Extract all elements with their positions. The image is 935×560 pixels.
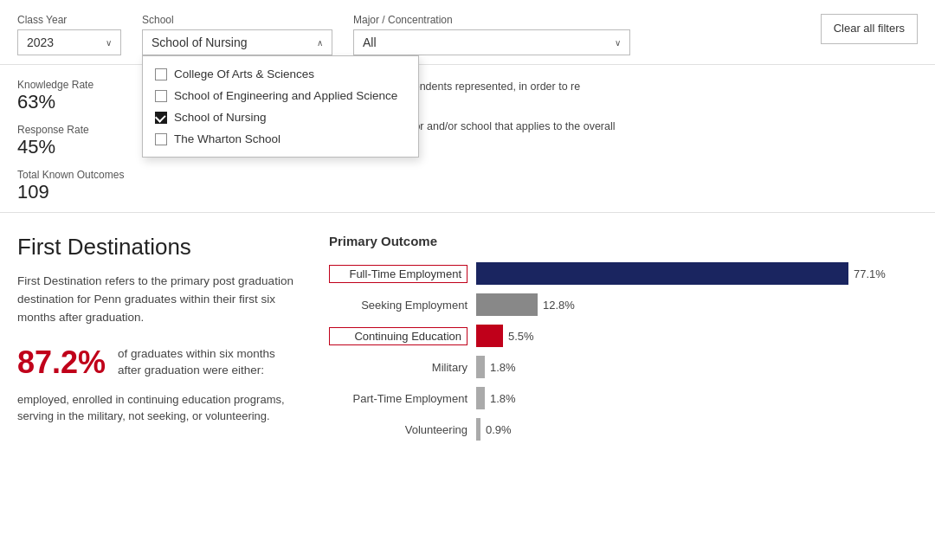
bar-pct-label-0: 77.1% bbox=[854, 267, 886, 280]
school-option-nursing[interactable]: School of Nursing bbox=[143, 106, 418, 128]
bar-outer-0: 77.1% bbox=[476, 262, 918, 285]
bar-outer-5: 0.9% bbox=[476, 418, 918, 441]
bar-label-3: Military bbox=[329, 361, 468, 374]
highlight-text: of graduates within six months after gra… bbox=[118, 346, 294, 379]
bar-outer-2: 5.5% bbox=[476, 325, 918, 347]
bar-row-1: Seeking Employment12.8% bbox=[329, 293, 918, 316]
checkbox-wharton[interactable] bbox=[155, 133, 167, 145]
major-select[interactable]: All ∨ bbox=[353, 29, 630, 55]
chevron-up-icon: ∧ bbox=[317, 38, 323, 48]
highlight-row: 87.2% of graduates within six months aft… bbox=[17, 344, 294, 381]
bars-container: Full-Time Employment77.1%Seeking Employm… bbox=[329, 262, 918, 441]
bar-fill-0 bbox=[476, 262, 848, 285]
stats-column: Knowledge Rate 63% Response Rate 45% Tot… bbox=[17, 79, 124, 203]
school-option-label-eng: School of Engineering and Applied Scienc… bbox=[174, 89, 397, 102]
school-option-label-arts: College Of Arts & Sciences bbox=[174, 68, 314, 80]
school-option-eng[interactable]: School of Engineering and Applied Scienc… bbox=[143, 85, 418, 106]
checkbox-arts[interactable] bbox=[155, 68, 167, 80]
bar-pct-label-1: 12.8% bbox=[543, 299, 575, 312]
school-option-label-nursing: School of Nursing bbox=[174, 111, 267, 124]
major-filter: Major / Concentration All ∨ bbox=[353, 14, 630, 55]
stats-area: Knowledge Rate 63% Response Rate 45% Tot… bbox=[0, 65, 935, 213]
bar-pct-label-4: 1.8% bbox=[490, 392, 516, 405]
school-filter: School School of Nursing ∧ College Of Ar… bbox=[142, 14, 332, 55]
destinations-title: First Destinations bbox=[17, 234, 294, 261]
destinations-description: First Destination refers to the primary … bbox=[17, 273, 294, 327]
knowledge-rate-value: 63% bbox=[17, 91, 124, 113]
employed-text: employed, enrolled in continuing educati… bbox=[17, 391, 294, 425]
highlight-percentage: 87.2% bbox=[17, 344, 106, 381]
bar-label-0[interactable]: Full-Time Employment bbox=[329, 265, 468, 283]
class-year-label: Class Year bbox=[17, 14, 121, 26]
knowledge-rate-label: Knowledge Rate bbox=[17, 79, 124, 91]
total-known-label: Total Known Outcomes bbox=[17, 169, 124, 181]
school-label: School bbox=[142, 14, 332, 26]
bar-pct-label-3: 1.8% bbox=[490, 361, 516, 374]
destinations-left: First Destinations First Destination ref… bbox=[17, 234, 294, 449]
chevron-down-icon: ∨ bbox=[106, 38, 112, 48]
bar-label-2[interactable]: Continuing Education bbox=[329, 327, 468, 345]
bar-pct-label-5: 0.9% bbox=[486, 423, 512, 436]
total-known-value: 109 bbox=[17, 181, 124, 203]
bar-row-3: Military1.8% bbox=[329, 356, 918, 378]
bar-label-5: Volunteering bbox=[329, 423, 468, 436]
checkbox-eng[interactable] bbox=[155, 90, 167, 102]
major-label: Major / Concentration bbox=[353, 14, 630, 26]
bar-row-2: Continuing Education5.5% bbox=[329, 325, 918, 347]
school-option-label-wharton: The Wharton School bbox=[174, 132, 280, 145]
clear-all-filters-button[interactable]: Clear all filters bbox=[821, 14, 918, 44]
bar-fill-1 bbox=[476, 293, 538, 316]
knowledge-rate-stat: Knowledge Rate 63% bbox=[17, 79, 124, 113]
bar-outer-4: 1.8% bbox=[476, 387, 918, 409]
school-select[interactable]: School of Nursing ∧ bbox=[142, 29, 332, 55]
checkbox-nursing[interactable] bbox=[155, 112, 167, 124]
bar-fill-3 bbox=[476, 356, 485, 378]
response-rate-label: Response Rate bbox=[17, 124, 124, 136]
bar-fill-2 bbox=[476, 325, 503, 347]
bar-pct-label-2: 5.5% bbox=[508, 330, 534, 343]
school-option-arts[interactable]: College Of Arts & Sciences bbox=[143, 63, 418, 85]
school-dropdown-menu: College Of Arts & SciencesSchool of Engi… bbox=[142, 55, 419, 158]
class-year-filter: Class Year 2023 ∨ bbox=[17, 14, 121, 55]
response-rate-value: 45% bbox=[17, 136, 124, 158]
major-value: All bbox=[363, 35, 377, 49]
bar-fill-4 bbox=[476, 387, 485, 409]
chart-area: Primary Outcome Full-Time Employment77.1… bbox=[329, 234, 918, 449]
class-year-value: 2023 bbox=[27, 35, 54, 49]
bar-row-4: Part-Time Employment1.8% bbox=[329, 387, 918, 409]
bar-row-5: Volunteering0.9% bbox=[329, 418, 918, 441]
destinations-section: First Destinations First Destination ref… bbox=[0, 213, 935, 463]
bar-label-1: Seeking Employment bbox=[329, 299, 468, 312]
class-year-select[interactable]: 2023 ∨ bbox=[17, 29, 121, 55]
chart-title: Primary Outcome bbox=[329, 234, 918, 248]
bar-row-0: Full-Time Employment77.1% bbox=[329, 262, 918, 285]
chevron-down-icon: ∨ bbox=[615, 38, 621, 48]
total-known-stat: Total Known Outcomes 109 bbox=[17, 169, 124, 203]
school-value: School of Nursing bbox=[152, 35, 248, 49]
bar-label-4: Part-Time Employment bbox=[329, 392, 468, 405]
bar-outer-1: 12.8% bbox=[476, 293, 918, 316]
bar-outer-3: 1.8% bbox=[476, 356, 918, 378]
bar-fill-5 bbox=[476, 418, 480, 441]
school-option-wharton[interactable]: The Wharton School bbox=[143, 128, 418, 150]
filter-bar: Class Year 2023 ∨ School School of Nursi… bbox=[0, 0, 935, 65]
response-rate-stat: Response Rate 45% bbox=[17, 124, 124, 158]
